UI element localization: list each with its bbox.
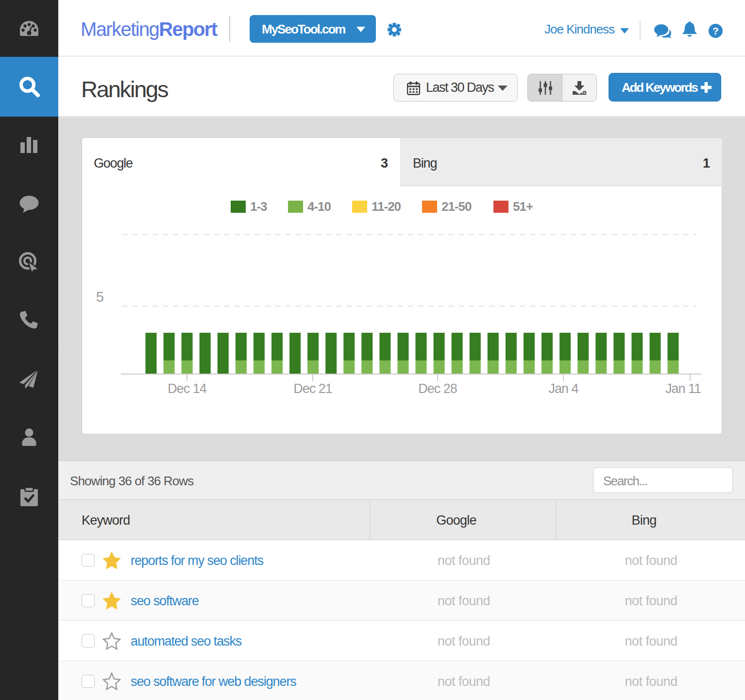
svg-text:Jan 4: Jan 4 <box>548 381 578 396</box>
svg-text:?: ? <box>712 25 719 36</box>
svg-text:Jan 11: Jan 11 <box>665 381 701 396</box>
svg-text:1-3: 1-3 <box>250 199 267 214</box>
svg-text:Dec 21: Dec 21 <box>293 381 332 396</box>
svg-text:5: 5 <box>96 289 104 305</box>
svg-text:4-10: 4-10 <box>307 199 331 214</box>
svg-text:Dec 28: Dec 28 <box>418 381 457 396</box>
svg-text:51+: 51+ <box>513 199 533 214</box>
svg-text:Dec 14: Dec 14 <box>168 381 207 396</box>
svg-text:11-20: 11-20 <box>372 199 401 214</box>
svg-text:21-50: 21-50 <box>441 199 472 214</box>
